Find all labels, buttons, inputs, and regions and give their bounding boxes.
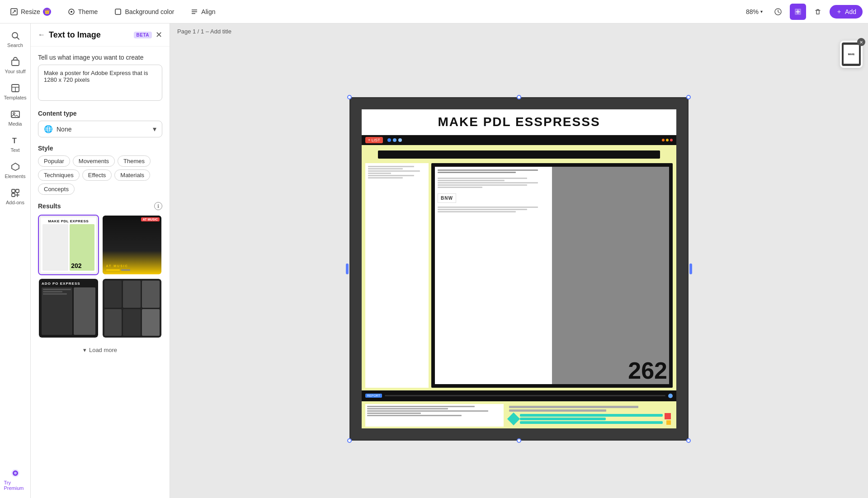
canvas-content: MAKE PDL ESSPRESSS + LIST	[349, 97, 689, 441]
sidebar-item-add-ons[interactable]: Add-ons	[2, 184, 28, 209]
zoom-control[interactable]: 88% ▾	[742, 6, 766, 17]
teal-diamond	[507, 412, 520, 425]
sidebar-item-search[interactable]: Search	[2, 27, 28, 52]
style-tag-techniques[interactable]: Techniques	[38, 169, 80, 181]
mini-panel-close[interactable]: ✕	[857, 38, 865, 46]
nav-dot-2	[393, 138, 396, 142]
theme-icon	[67, 8, 75, 16]
style-tag-materials[interactable]: Materials	[114, 169, 150, 181]
add-icon: ＋	[836, 8, 842, 16]
sidebar-search-label: Search	[7, 42, 23, 48]
content-type-title: Content type	[38, 110, 162, 117]
content-type-left: 🌐 None	[44, 125, 71, 133]
cf-left: BNW	[435, 167, 552, 384]
style-tag-popular[interactable]: Popular	[38, 155, 70, 167]
bnw-box: BNW	[438, 193, 456, 203]
handle-ml[interactable]	[346, 263, 349, 274]
design-main-area: BNW	[431, 163, 673, 388]
tiny-lines-1	[368, 166, 426, 179]
sidebar-item-elements[interactable]: Elements	[2, 158, 28, 183]
results-title: Results	[38, 202, 61, 210]
sidebar-add-ons-label: Add-ons	[6, 200, 24, 205]
history-button[interactable]	[770, 4, 786, 20]
nav-dots	[387, 138, 402, 142]
prompt-label: Tell us what image you want to create	[38, 54, 162, 61]
align-button[interactable]: Align	[186, 5, 220, 19]
design-search-area	[362, 145, 676, 161]
resize-label: Resize	[21, 8, 40, 15]
sidebar-your-stuff-label: Your stuff	[5, 69, 26, 74]
trash-button[interactable]	[810, 4, 826, 20]
panel-title: Text to Image	[49, 30, 130, 40]
sidebar-item-templates[interactable]: Templates	[2, 80, 28, 104]
svg-rect-21	[12, 193, 15, 197]
theme-button[interactable]: Theme	[63, 5, 103, 19]
canvas-viewport[interactable]: MAKE PDL ESSPRESSS + LIST	[170, 39, 868, 498]
style-tag-concepts[interactable]: Concepts	[38, 183, 75, 195]
svg-line-10	[17, 38, 19, 40]
toolbar-right: 88% ▾ ＋ Add	[742, 4, 863, 20]
chevron-down-icon: ▾	[153, 125, 156, 133]
style-tag-movements[interactable]: Movements	[73, 155, 115, 167]
prompt-textarea[interactable]: Make a poster for Adobe Express that is …	[38, 65, 162, 101]
content-type-select[interactable]: 🌐 None ▾	[38, 121, 162, 137]
accent-shapes	[665, 413, 671, 425]
background-color-button[interactable]: Background color	[109, 5, 179, 19]
page-label: Page 1 / 1 – Add title	[170, 23, 868, 39]
theme-label: Theme	[78, 8, 98, 15]
chevron-down-icon: ▾	[83, 347, 86, 353]
style-tags: Popular Movements Themes Techniques Effe…	[38, 155, 162, 195]
svg-rect-20	[16, 189, 19, 193]
info-right	[507, 404, 673, 427]
sidebar-text-label: Text	[10, 147, 19, 153]
text-to-image-panel: ← Text to Image BETA ✕ Tell us what imag…	[31, 23, 170, 498]
design-header: MAKE PDL ESSPRESSS	[362, 109, 676, 135]
sidebar-item-media[interactable]: Media	[2, 106, 28, 130]
sidebar-elements-label: Elements	[5, 174, 26, 179]
content-type-icon: 🌐	[44, 125, 53, 133]
sidebar-item-text[interactable]: T Text	[2, 132, 28, 156]
svg-point-24	[14, 472, 17, 475]
load-more-button[interactable]: ▾ Load more	[38, 342, 162, 358]
sidebar-item-try-premium[interactable]: Try Premium	[2, 465, 28, 494]
style-tag-themes[interactable]: Themes	[118, 155, 151, 167]
add-label: Add	[845, 8, 856, 15]
svg-point-16	[13, 113, 15, 114]
add-button[interactable]: ＋ Add	[830, 5, 863, 19]
result-card-1[interactable]: MAKE PDL EXPRESS 202	[38, 215, 99, 275]
panel-body: Tell us what image you want to create Ma…	[31, 47, 170, 498]
panel-close-button[interactable]: ✕	[156, 30, 162, 40]
mini-panel-thumb[interactable]: MAKE	[842, 42, 861, 66]
results-grid: MAKE PDL EXPRESS 202 AT MUSIC	[38, 215, 162, 338]
bar-dot	[668, 394, 673, 398]
zoom-value: 88%	[746, 8, 759, 15]
content-type-value: None	[57, 126, 71, 133]
bar-progress	[385, 395, 665, 396]
result-card-2[interactable]: AT MUSIC AT MUSIC	[102, 215, 163, 275]
result-card-4[interactable]	[102, 278, 163, 338]
handle-mr[interactable]	[689, 263, 692, 274]
active-tool-button[interactable]	[790, 4, 806, 20]
align-icon	[190, 8, 198, 16]
design-content-area: BNW	[362, 161, 676, 390]
style-title: Style	[38, 145, 162, 152]
svg-marker-18	[12, 163, 19, 170]
panel-back-button[interactable]: ←	[38, 31, 45, 39]
result-card-3[interactable]: ADO PO EXPRESS	[38, 278, 99, 338]
right-mini-panel: MAKE ✕	[840, 41, 863, 68]
big-number: 262	[628, 359, 667, 382]
sidebar-item-your-stuff[interactable]: Your stuff	[2, 53, 28, 78]
svg-rect-19	[12, 189, 15, 193]
svg-text:T: T	[12, 137, 17, 145]
style-tag-effects[interactable]: Effects	[82, 169, 112, 181]
resize-button[interactable]: Resize 👑	[5, 5, 56, 19]
design-frame: MAKE PDL ESSPRESSS + LIST	[349, 97, 689, 441]
design-inner: MAKE PDL ESSPRESSS + LIST	[362, 109, 676, 428]
sidebar-try-premium-label: Try Premium	[4, 480, 27, 491]
icon-sidebar: Search Your stuff Templates Media T Text…	[0, 23, 31, 498]
results-info-button[interactable]: ℹ	[154, 202, 162, 210]
info-accent	[509, 413, 671, 425]
resize-icon	[10, 8, 18, 16]
bg-color-label: Background color	[125, 8, 174, 15]
info-left	[365, 404, 504, 427]
